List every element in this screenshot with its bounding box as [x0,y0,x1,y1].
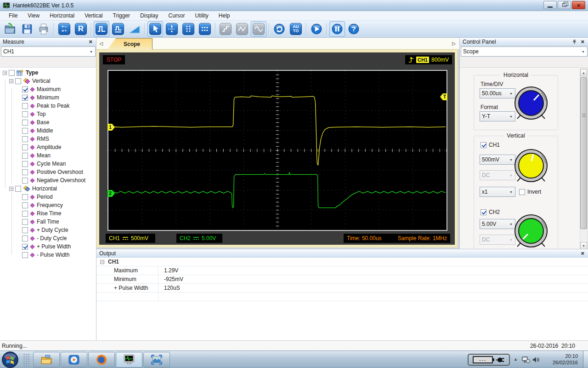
collapse-icon[interactable] [3,71,7,75]
output-close-icon[interactable]: × [580,250,585,256]
show-desktop-button[interactable] [583,351,588,368]
tree-item-base[interactable]: Base [0,118,96,126]
close-button[interactable]: × [572,1,585,9]
menu-trigger[interactable]: Trigger [108,12,136,20]
ch1-invert-checkbox[interactable]: Invert [519,189,541,195]
menu-file[interactable]: File [4,12,23,20]
control-scrollbar[interactable]: ▲ ▼ [580,69,588,250]
checkbox-icon[interactable] [22,236,28,242]
menu-view[interactable]: View [23,12,45,20]
tree-item-amplitude[interactable]: Amplitude [0,143,96,151]
checkbox-icon[interactable] [22,103,28,109]
checkbox-icon[interactable] [22,120,28,126]
tree-item-duty-cycle[interactable]: + Duty Cycle [0,226,96,234]
ch2-scale-knob[interactable] [513,213,549,251]
tree-item-rms[interactable]: RMS [0,135,96,143]
tree-item-middle[interactable]: Middle [0,126,96,135]
control-mode-select[interactable]: Scope ▼ [461,46,588,57]
tree-item-rise-time[interactable]: Rise Time [0,209,96,218]
toolbar-math-button[interactable]: +−×÷ [57,21,72,37]
taskbar-explorer-button[interactable] [33,352,60,368]
taskbar-mediaplayer-button[interactable] [61,352,87,368]
tray-expand-icon[interactable]: ▲ [514,357,518,362]
checkbox-icon[interactable] [22,227,28,233]
tree-item-pulse-width[interactable]: + Pulse Width [0,242,96,251]
timediv-select[interactable]: 50.00us▼ [480,88,515,98]
tree-item-period[interactable]: Period [0,193,96,201]
tree-node-horizontal[interactable]: Horizontal [0,184,96,193]
tree-item-duty-cycle[interactable]: - Duty Cycle [0,234,96,242]
toolbar-pulse-double-button[interactable] [110,21,126,37]
checkbox-icon[interactable] [22,194,28,200]
checkbox-icon[interactable] [22,95,28,101]
checkbox-icon[interactable] [22,169,28,175]
tree-item-top[interactable]: Top [0,110,96,118]
tree-item-fall-time[interactable]: Fall Time [0,218,96,226]
checkbox-icon[interactable] [22,252,28,258]
tree-node-vertical[interactable]: Vertical [0,77,96,85]
ch2-enable-checkbox[interactable]: CH2 [481,209,500,215]
checkbox-icon[interactable] [22,219,28,225]
start-button[interactable] [2,351,18,368]
toolbar-open-button[interactable] [3,21,18,37]
checkbox-icon[interactable] [22,153,28,159]
battery-meter-widget[interactable]: --- [468,354,510,366]
collapse-icon[interactable] [9,187,13,191]
format-select[interactable]: Y-T▼ [480,111,515,121]
network-icon[interactable] [522,356,530,363]
menu-help[interactable]: Help [214,12,235,20]
measure-channel-select[interactable]: CH1 ▼ [1,46,96,57]
toolbar-cursor-arrow-button[interactable] [147,21,163,37]
checkbox-icon[interactable] [22,244,28,250]
checkbox-icon[interactable] [519,189,525,195]
scroll-down-icon[interactable]: ▼ [580,242,587,249]
menu-horizontal[interactable]: Horizontal [45,12,79,20]
tree-item-maximum[interactable]: Maximum [0,85,96,93]
toolbar-reference-button[interactable]: R [73,21,89,37]
toolbar-refresh-button[interactable] [271,21,287,37]
tree-item-negative-overshoot[interactable]: Negative Overshoot [0,176,96,184]
taskbar-clock[interactable]: 20:10 26/02/2016 [543,353,578,366]
pin-icon[interactable] [572,39,577,45]
ch1-scale-knob[interactable] [513,147,549,187]
checkbox-icon[interactable] [22,136,28,142]
tree-item-mean[interactable]: Mean [0,151,96,160]
minimize-button[interactable] [543,1,557,9]
tree-item-peak-to-peak[interactable]: Peak to Peak [0,102,96,110]
checkbox-icon[interactable] [22,86,28,92]
checkbox-icon[interactable] [15,186,21,192]
checkbox-icon[interactable] [22,178,28,184]
output-group-row[interactable]: CH1 [96,258,588,266]
measure-close-icon[interactable]: × [88,39,93,45]
restore-button[interactable] [558,1,571,9]
menu-cursor[interactable]: Cursor [163,12,190,20]
collapse-icon[interactable] [9,79,13,83]
menu-vertical[interactable]: Vertical [79,12,107,20]
checkbox-icon[interactable] [481,209,486,215]
scroll-up-icon[interactable]: ▲ [580,69,587,76]
toolbar-pulse-single-button[interactable] [94,21,109,37]
checkbox-icon[interactable] [22,144,28,150]
checkbox-icon[interactable] [22,161,28,167]
ch1-scale-select[interactable]: 500mV▼ [480,155,515,165]
toolbar-help-button[interactable]: ? [346,21,362,37]
checkbox-icon[interactable] [22,128,28,134]
toolbar-cursor-horizontal-button[interactable] [197,21,213,37]
ch1-enable-checkbox[interactable]: CH1 [481,142,500,148]
taskbar-firefox-button[interactable] [88,352,115,368]
toolbar-save-button[interactable] [19,21,35,37]
timebase-knob[interactable] [513,85,549,124]
tree-item-cycle-mean[interactable]: Cycle Mean [0,160,96,168]
menu-utility[interactable]: Utility [190,12,213,20]
speaker-icon[interactable] [532,356,540,363]
tree-item-frequency[interactable]: Frequency [0,201,96,209]
tab-scroll-right-icon[interactable]: ▷ [451,40,457,47]
tab-scroll-left-icon[interactable]: ◁ [98,40,104,47]
toolbar-start-button[interactable] [309,21,324,37]
ch2-scale-select[interactable]: 5.00V▼ [480,219,515,229]
checkbox-icon[interactable] [22,202,28,208]
checkbox-icon[interactable] [481,142,486,148]
toolbar-cursor-vertical-button[interactable] [181,21,196,37]
tree-item-pulse-width[interactable]: - Pulse Width [0,251,96,259]
control-close-icon[interactable]: × [580,39,585,45]
